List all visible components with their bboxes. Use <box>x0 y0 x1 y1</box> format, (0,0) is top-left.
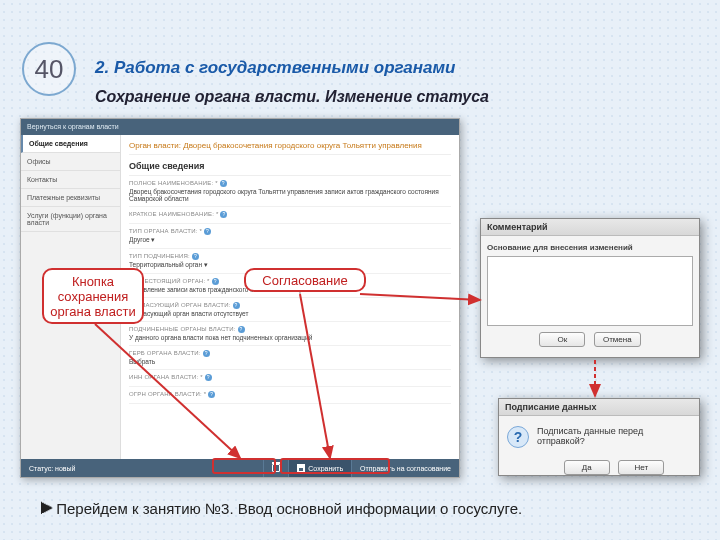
sidebar-item-general[interactable]: Общие сведения <box>21 135 120 153</box>
heading-secondary: Сохранение органа власти. Изменение стат… <box>95 88 489 106</box>
callout-save-text: Кнопка сохранения органа власти <box>48 274 138 319</box>
field-value[interactable]: Выбрать <box>129 357 451 365</box>
sign-dialog-title: Подписание данных <box>499 399 699 416</box>
footer-note: ⯈ Перейдем к занятию №3. Ввод основной и… <box>40 500 522 517</box>
field-value: У данного органа власти пока нет подчине… <box>129 333 451 341</box>
highlight-send-frame <box>280 458 390 474</box>
field-full-name: ПОЛНОЕ НАИМЕНОВАНИЕ: *? Дворец бракосоче… <box>129 176 451 207</box>
field-label: СОГЛАСУЮЩИЙ ОРГАН ВЛАСТИ:? <box>129 302 451 309</box>
comment-cancel-button[interactable]: Отмена <box>594 332 641 347</box>
help-icon[interactable]: ? <box>208 391 215 398</box>
help-icon[interactable]: ? <box>204 228 211 235</box>
app-topbar: Вернуться к органам власти <box>21 119 459 135</box>
main-area: Орган власти: Дворец бракосочетания горо… <box>121 135 459 459</box>
help-icon[interactable]: ? <box>205 374 212 381</box>
field-inn: ИНН ОРГАНА ВЛАСТИ: *? <box>129 370 451 387</box>
comment-label: Основание для внесения изменений <box>487 243 633 252</box>
field-value[interactable]: Дворец бракосочетания городского округа … <box>129 187 451 202</box>
field-subordinate: ПОДЧИНЕННЫЕ ОРГАНЫ ВЛАСТИ:? У данного ор… <box>129 322 451 346</box>
field-value[interactable]: Согласующий орган власти отсутствует <box>129 309 451 317</box>
footer-text: Перейдем к занятию №3. Ввод основной инф… <box>56 500 522 517</box>
field-value[interactable] <box>129 218 451 219</box>
question-icon: ? <box>507 426 529 448</box>
heading-primary: 2. Работа с государственными органами <box>95 58 456 78</box>
slide-number-badge: 40 <box>22 42 76 96</box>
field-label: ПОЛНОЕ НАИМЕНОВАНИЕ: *? <box>129 180 451 187</box>
sidebar-item-services[interactable]: Услуги (функции) органа власти <box>21 207 120 232</box>
sidebar-item-contacts[interactable]: Контакты <box>21 171 120 189</box>
callout-approve-text: Согласование <box>262 273 347 288</box>
sign-dialog: Подписание данных ? Подписать данные пер… <box>498 398 700 476</box>
comment-dialog-title: Комментарий <box>481 219 699 236</box>
back-link[interactable]: Вернуться к органам власти <box>27 123 119 130</box>
bullet-icon: ⯈ <box>40 500 52 517</box>
help-icon[interactable]: ? <box>212 278 219 285</box>
field-label: ИНН ОРГАНА ВЛАСТИ: *? <box>129 374 451 381</box>
sidebar-item-label: Платежные реквизиты <box>27 194 100 201</box>
highlight-save-frame <box>212 458 276 474</box>
sign-dialog-body: ? Подписать данные перед отправкой? Да Н… <box>499 416 699 481</box>
comment-textarea[interactable] <box>487 256 693 326</box>
help-icon[interactable]: ? <box>220 211 227 218</box>
field-value[interactable] <box>129 381 451 382</box>
field-label: ОГРН ОРГАНА ВЛАСТИ: *? <box>129 391 451 398</box>
field-label: ПОДЧИНЕННЫЕ ОРГАНЫ ВЛАСТИ:? <box>129 326 451 333</box>
sidebar-item-label: Контакты <box>27 176 57 183</box>
comment-dialog-body: Основание для внесения изменений Ок Отме… <box>481 236 699 353</box>
help-icon[interactable]: ? <box>220 180 227 187</box>
help-icon[interactable]: ? <box>233 302 240 309</box>
comment-dialog: Комментарий Основание для внесения измен… <box>480 218 700 358</box>
field-approving-org: СОГЛАСУЮЩИЙ ОРГАН ВЛАСТИ:? Согласующий о… <box>129 298 451 322</box>
field-value[interactable] <box>129 398 451 399</box>
field-emblem: ГЕРБ ОРГАНА ВЛАСТИ:? Выбрать <box>129 346 451 370</box>
sidebar-item-label: Услуги (функции) органа власти <box>27 212 107 226</box>
field-label: ГЕРБ ОРГАНА ВЛАСТИ:? <box>129 350 451 357</box>
slide-number-text: 40 <box>35 54 64 85</box>
field-label: КРАТКОЕ НАИМЕНОВАНИЕ: *? <box>129 211 451 218</box>
sign-yes-button[interactable]: Да <box>564 460 610 475</box>
field-label: ТИП ПОДЧИНЕНИЯ:? <box>129 253 451 260</box>
sidebar-item-payments[interactable]: Платежные реквизиты <box>21 189 120 207</box>
help-icon[interactable]: ? <box>192 253 199 260</box>
field-short-name: КРАТКОЕ НАИМЕНОВАНИЕ: *? <box>129 207 451 224</box>
sign-no-button[interactable]: Нет <box>618 460 664 475</box>
field-value[interactable]: Другое ▾ <box>129 235 451 244</box>
field-ogrn: ОГРН ОРГАНА ВЛАСТИ: *? <box>129 387 451 404</box>
sidebar-item-label: Офисы <box>27 158 51 165</box>
field-type: ТИП ОРГАНА ВЛАСТИ: *? Другое ▾ <box>129 224 451 249</box>
callout-save: Кнопка сохранения органа власти <box>42 268 144 324</box>
callout-approve: Согласование <box>244 268 366 292</box>
org-breadcrumb: Орган власти: Дворец бракосочетания горо… <box>129 139 451 155</box>
section-title: Общие сведения <box>129 155 451 176</box>
comment-ok-button[interactable]: Ок <box>539 332 585 347</box>
help-icon[interactable]: ? <box>203 350 210 357</box>
sign-message: Подписать данные перед отправкой? <box>537 426 691 454</box>
sidebar-item-offices[interactable]: Офисы <box>21 153 120 171</box>
field-label: ТИП ОРГАНА ВЛАСТИ: *? <box>129 228 451 235</box>
sidebar-item-label: Общие сведения <box>29 140 88 147</box>
help-icon[interactable]: ? <box>238 326 245 333</box>
